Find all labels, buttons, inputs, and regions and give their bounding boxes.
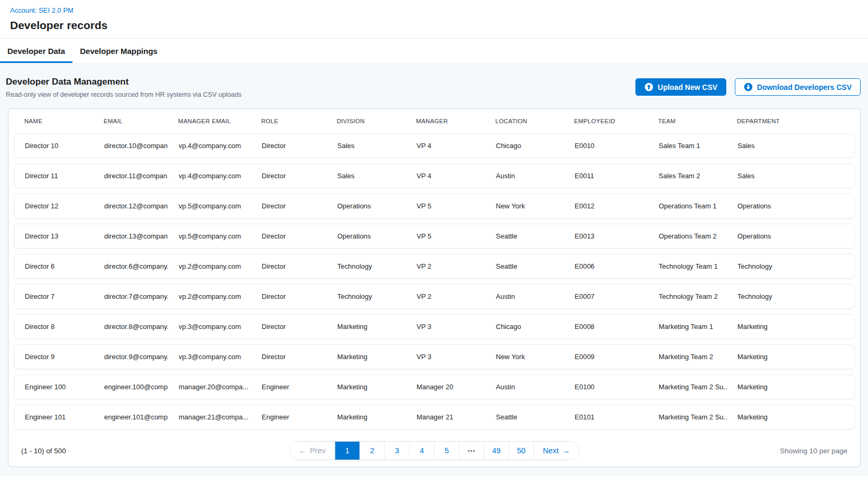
download-developers-csv-button[interactable]: Download Developers CSV	[735, 78, 861, 96]
upload-new-csv-button[interactable]: Upload New CSV	[635, 78, 726, 96]
cell-division: Marketing	[327, 353, 406, 361]
column-header-employeeid: EMPLOYEEID	[564, 118, 648, 124]
cell-email: director.9@company....	[94, 353, 168, 361]
cell-name: Engineer 100	[14, 383, 94, 391]
next-page-button[interactable]: Next →	[533, 442, 579, 460]
page-button-3[interactable]: 3	[384, 442, 409, 460]
cell-email: director.8@company....	[94, 323, 168, 331]
page-button-49[interactable]: 49	[484, 442, 509, 460]
cell-name: Director 10	[14, 142, 94, 150]
cell-role: Director	[251, 292, 327, 300]
cell-employeeid: E0010	[564, 142, 648, 150]
table-row: Director 8director.8@company....vp.3@com…	[14, 314, 855, 339]
cell-location: Seattle	[485, 232, 564, 240]
cell-division: Technology	[327, 292, 406, 300]
cell-department: Sales	[727, 142, 854, 150]
tab-developer-mappings[interactable]: Developer Mappings	[72, 39, 165, 63]
cell-division: Marketing	[327, 383, 406, 391]
cell-team: Operations Team 2	[648, 232, 727, 240]
cell-manager-email: manager.21@compa...	[168, 413, 251, 421]
page-ellipsis: •••	[459, 442, 484, 460]
cell-name: Director 7	[14, 292, 94, 300]
cell-manager-email: vp.5@company.com	[168, 232, 251, 240]
table-header-row: NAMEEMAILMANAGER EMAILROLEDIVISIONMANAGE…	[14, 109, 855, 133]
cell-team: Operations Team 1	[648, 202, 727, 210]
page-button-5[interactable]: 5	[434, 442, 459, 460]
cell-manager-email: vp.2@company.com	[168, 292, 251, 300]
cell-department: Technology	[727, 262, 854, 270]
cell-location: Austin	[485, 383, 564, 391]
tab-developer-data[interactable]: Developer Data	[0, 39, 72, 63]
cell-name: Engineer 101	[14, 413, 94, 421]
cell-manager-email: vp.5@company.com	[168, 202, 251, 210]
cell-employeeid: E0101	[564, 413, 648, 421]
content-area: Developer Data Management Read-only view…	[0, 63, 868, 476]
cell-department: Marketing	[727, 413, 854, 421]
cell-department: Marketing	[727, 353, 854, 361]
cell-manager-email: vp.3@company.com	[168, 353, 251, 361]
cell-manager-email: vp.4@company.com	[168, 172, 251, 180]
cell-division: Sales	[327, 142, 406, 150]
cell-name: Director 13	[14, 232, 94, 240]
cell-name: Director 12	[14, 202, 94, 210]
per-page-text: Showing 10 per page	[780, 447, 847, 455]
cell-location: Seattle	[485, 413, 564, 421]
cell-role: Engineer	[251, 383, 327, 391]
cell-manager: VP 5	[406, 202, 485, 210]
table-body: Director 10director.10@compan...vp.4@com…	[14, 133, 855, 429]
page-button-2[interactable]: 2	[359, 442, 384, 460]
table-row: Director 13director.13@compan...vp.5@com…	[14, 224, 855, 249]
cell-name: Director 11	[14, 172, 94, 180]
pagination: ← Prev 12345•••4950 Next →	[289, 441, 580, 460]
upload-icon	[644, 83, 653, 91]
page-title: Developer records	[10, 19, 868, 32]
cell-department: Marketing	[727, 383, 854, 391]
table-footer: (1 - 10) of 500 ← Prev 12345•••4950 Next…	[14, 435, 855, 466]
table-row: Director 12director.12@compan...vp.5@com…	[14, 194, 855, 218]
cell-manager: VP 2	[406, 262, 485, 270]
cell-role: Director	[251, 262, 327, 270]
cell-team: Marketing Team 2	[648, 353, 727, 361]
cell-email: engineer.101@comp...	[94, 413, 168, 421]
cell-employeeid: E0006	[564, 262, 648, 270]
csv-actions: Upload New CSV Download Developers CSV	[635, 77, 861, 96]
column-header-team: TEAM	[648, 118, 726, 124]
prev-page-button[interactable]: ← Prev	[290, 442, 335, 460]
cell-manager-email: vp.4@company.com	[168, 142, 251, 150]
cell-division: Sales	[327, 172, 406, 180]
table-row: Director 6director.6@company....vp.2@com…	[14, 254, 855, 279]
cell-role: Director	[251, 202, 327, 210]
table-row: Director 10director.10@compan...vp.4@com…	[14, 133, 855, 158]
cell-location: New York	[485, 202, 564, 210]
column-header-email: EMAIL	[93, 118, 168, 124]
cell-location: Chicago	[485, 142, 564, 150]
cell-role: Director	[251, 172, 327, 180]
cell-email: director.7@company....	[94, 292, 168, 300]
table-row: Director 9director.9@company....vp.3@com…	[14, 344, 855, 369]
cell-email: director.12@compan...	[94, 202, 168, 210]
cell-manager-email: vp.2@company.com	[168, 262, 251, 270]
cell-division: Marketing	[327, 323, 406, 331]
cell-division: Technology	[327, 262, 406, 270]
cell-name: Director 8	[14, 323, 94, 331]
page-button-1[interactable]: 1	[335, 442, 359, 460]
account-breadcrumb-link[interactable]: Account: SEI 2.0 PM	[10, 6, 73, 14]
cell-department: Technology	[727, 292, 854, 300]
page-button-4[interactable]: 4	[409, 442, 434, 460]
section-titles: Developer Data Management Read-only view…	[6, 77, 242, 98]
cell-name: Director 6	[14, 262, 94, 270]
section-title: Developer Data Management	[6, 77, 242, 87]
cell-employeeid: E0013	[564, 232, 648, 240]
cell-manager: VP 4	[406, 172, 485, 180]
column-header-division: DIVISION	[326, 118, 405, 124]
tabs-bar: Developer Data Developer Mappings	[0, 39, 868, 63]
cell-name: Director 9	[14, 353, 94, 361]
page-button-50[interactable]: 50	[509, 442, 533, 460]
cell-department: Sales	[727, 172, 854, 180]
table-row: Engineer 101engineer.101@comp...manager.…	[14, 405, 855, 429]
prev-label: Prev	[310, 446, 326, 455]
cell-department: Marketing	[727, 323, 854, 331]
cell-manager: VP 4	[406, 142, 485, 150]
cell-team: Sales Team 1	[648, 142, 727, 150]
table-row: Engineer 100engineer.100@comp...manager.…	[14, 374, 855, 399]
